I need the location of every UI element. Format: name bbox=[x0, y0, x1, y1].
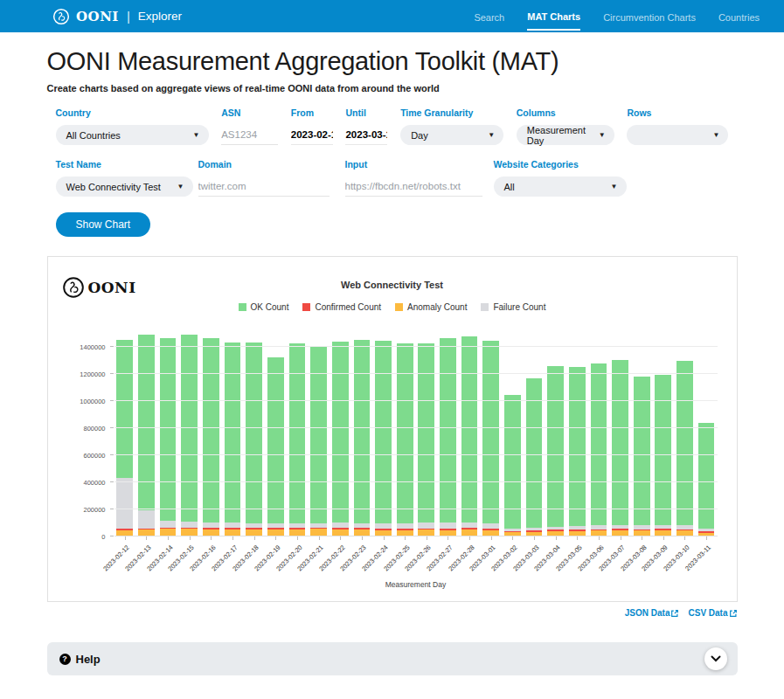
csv-data-link[interactable]: CSV Data bbox=[688, 608, 737, 618]
bar-slot: 2023-02-28 bbox=[459, 336, 481, 536]
country-select[interactable]: All Countries ▼ bbox=[56, 125, 209, 145]
stacked-bar[interactable] bbox=[332, 342, 349, 536]
bar-slot: 2023-03-01 bbox=[480, 341, 502, 536]
asn-label: ASN bbox=[221, 107, 278, 118]
top-navbar: OONI | Explorer Search MAT Charts Circum… bbox=[0, 0, 784, 32]
website-categories-select[interactable]: All ▼ bbox=[494, 176, 627, 197]
page-title: OONI Measurement Aggregation Toolkit (MA… bbox=[47, 47, 738, 76]
rows-select[interactable]: ▼ bbox=[627, 125, 728, 145]
stacked-bar[interactable] bbox=[116, 340, 133, 536]
y-tick-label: 0 bbox=[64, 533, 106, 541]
bar-segment bbox=[612, 360, 628, 524]
show-chart-button[interactable]: Show Chart bbox=[56, 212, 151, 237]
bar-slot: 2023-02-19 bbox=[265, 357, 287, 536]
time-granularity-select[interactable]: Day ▼ bbox=[400, 125, 503, 145]
bar-segment bbox=[160, 521, 177, 527]
bar-segment bbox=[418, 343, 434, 523]
from-date-input[interactable] bbox=[291, 125, 333, 145]
test-name-select[interactable]: Web Connectivity Test ▼ bbox=[56, 176, 193, 197]
stacked-bar[interactable] bbox=[375, 341, 392, 536]
nav-item-mat-charts[interactable]: MAT Charts bbox=[527, 3, 580, 31]
rows-label: Rows bbox=[627, 107, 728, 118]
stacked-bar[interactable] bbox=[225, 343, 241, 536]
nav-item-countries[interactable]: Countries bbox=[718, 3, 760, 30]
stacked-bar[interactable] bbox=[547, 366, 564, 536]
legend-swatch-icon bbox=[302, 303, 310, 311]
from-field: From bbox=[291, 107, 333, 145]
stacked-bar[interactable] bbox=[440, 338, 456, 536]
nav-item-circumvention-charts[interactable]: Circumvention Charts bbox=[603, 3, 696, 30]
until-date-input[interactable] bbox=[345, 125, 387, 145]
until-field: Until bbox=[345, 107, 387, 145]
stacked-bar[interactable] bbox=[591, 363, 607, 536]
stacked-bar[interactable] bbox=[698, 423, 715, 536]
legend-label: OK Count bbox=[251, 302, 289, 312]
website-categories-label: Website Categories bbox=[494, 159, 627, 170]
x-tick-mark bbox=[254, 536, 255, 540]
legend-item[interactable]: Anomaly Count bbox=[395, 302, 467, 312]
legend-item[interactable]: Failure Count bbox=[481, 302, 545, 312]
stacked-bar[interactable] bbox=[612, 360, 628, 536]
bar-segment bbox=[225, 343, 241, 523]
input-url-input[interactable] bbox=[345, 176, 482, 197]
help-expand-button[interactable] bbox=[704, 647, 727, 670]
x-tick-mark bbox=[512, 536, 513, 540]
bar-segment bbox=[591, 363, 607, 525]
asn-field: ASN bbox=[221, 107, 278, 145]
chevron-down-icon: ▼ bbox=[599, 131, 606, 139]
legend-label: Anomaly Count bbox=[407, 302, 467, 312]
x-tick-mark bbox=[275, 536, 276, 540]
help-accordion[interactable]: ? Help bbox=[47, 642, 738, 675]
stacked-bar[interactable] bbox=[569, 367, 586, 536]
stacked-bar[interactable] bbox=[504, 395, 521, 536]
stacked-bar[interactable] bbox=[138, 335, 155, 536]
legend-item[interactable]: Confirmed Count bbox=[302, 302, 381, 312]
x-tick-mark bbox=[642, 536, 642, 540]
country-selected-value: All Countries bbox=[66, 130, 121, 141]
y-tick-label: 1000000 bbox=[64, 397, 106, 405]
bar-slot: 2023-02-22 bbox=[330, 342, 351, 536]
bar-segment bbox=[354, 340, 371, 523]
help-label: Help bbox=[76, 653, 101, 666]
brand[interactable]: OONI | Explorer bbox=[52, 8, 182, 25]
stacked-bar[interactable] bbox=[354, 340, 371, 536]
x-tick-mark bbox=[384, 536, 385, 540]
stacked-bar[interactable] bbox=[203, 338, 219, 536]
legend-label: Failure Count bbox=[493, 302, 545, 312]
columns-select[interactable]: Measurement Day ▼ bbox=[517, 125, 614, 145]
x-tick-mark bbox=[556, 536, 557, 540]
input-label: Input bbox=[345, 159, 482, 170]
x-tick-mark bbox=[405, 536, 406, 540]
legend-item[interactable]: OK Count bbox=[239, 302, 289, 312]
x-tick-mark bbox=[168, 536, 169, 540]
y-tick-label: 800000 bbox=[64, 424, 106, 432]
bar-segment bbox=[116, 340, 133, 478]
chevron-down-icon: ▼ bbox=[488, 131, 495, 139]
until-label: Until bbox=[345, 107, 387, 118]
stacked-bar[interactable] bbox=[181, 335, 198, 536]
main-nav: Search MAT Charts Circumvention Charts C… bbox=[474, 3, 760, 31]
bar-slot: 2023-02-13 bbox=[135, 335, 157, 536]
bar-segment bbox=[634, 377, 650, 526]
stacked-bar[interactable] bbox=[482, 341, 499, 536]
domain-input[interactable] bbox=[198, 176, 330, 197]
y-tick-mark bbox=[110, 454, 114, 455]
stacked-bar[interactable] bbox=[246, 343, 262, 536]
json-data-link[interactable]: JSON Data bbox=[625, 608, 680, 618]
chart-legend: OK CountConfirmed CountAnomaly CountFail… bbox=[60, 302, 725, 312]
brand-divider: | bbox=[127, 9, 130, 24]
gridline bbox=[114, 536, 718, 536]
stacked-bar[interactable] bbox=[461, 336, 478, 536]
stacked-bar[interactable] bbox=[676, 361, 693, 536]
stacked-bar[interactable] bbox=[267, 357, 284, 536]
bar-segment bbox=[655, 375, 671, 524]
bar-segment bbox=[461, 336, 478, 523]
stacked-bar[interactable] bbox=[526, 378, 543, 536]
chart-ooni-logo: OONI bbox=[62, 276, 136, 299]
gridline bbox=[114, 454, 718, 455]
country-field: Country All Countries ▼ bbox=[56, 107, 209, 145]
nav-item-search[interactable]: Search bbox=[474, 3, 504, 30]
chevron-down-icon: ▼ bbox=[611, 183, 618, 190]
asn-input[interactable] bbox=[221, 125, 278, 145]
stacked-bar[interactable] bbox=[160, 338, 177, 536]
